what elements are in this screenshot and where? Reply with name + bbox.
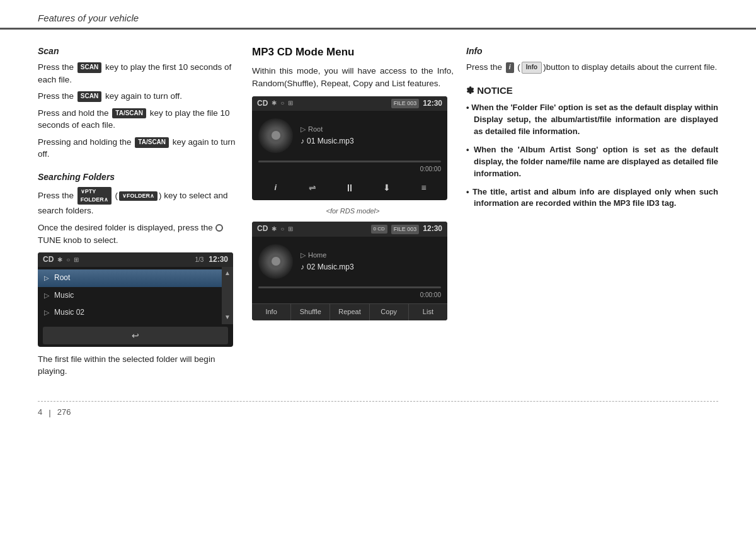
- col-mid: MP3 CD Mode Menu Within this mode, you w…: [252, 45, 466, 382]
- scan-key-2: SCAN: [77, 91, 101, 102]
- back-icon: ↩: [132, 329, 139, 342]
- tascan-key-1: TA/SCAN: [112, 108, 146, 119]
- track-info-bottom: ▷ Home ♪ 02 Music.mp3: [301, 251, 441, 273]
- file-badge-bottom: FILE 003: [391, 225, 420, 234]
- folder-name-top: Root: [308, 125, 323, 135]
- searching-para-2: Once the desired folder is displayed, pr…: [38, 222, 239, 246]
- info-section: Info Press the i (Info)button to display…: [466, 45, 718, 74]
- screen-top-topbar: CD ✱ ○ ⊞ FILE 003 12:30: [252, 96, 447, 111]
- scan-para-1: Press the SCAN key to play the first 10 …: [38, 61, 239, 86]
- folder-music02-label: Music 02: [54, 307, 84, 318]
- track-filename-top: 01 Music.mp3: [307, 136, 354, 147]
- track-folder-bottom: ▷ Home: [301, 251, 441, 261]
- folder-list-container: ▷ Root ▷ Music ▷ Music 02 ▲ ▼: [38, 267, 233, 324]
- folder-time: 12:30: [209, 254, 228, 265]
- topbar-left-bottom: CD ✱ ○ ⊞: [257, 223, 293, 234]
- topbar-right-bottom: 0 CD FILE 003 12:30: [371, 223, 442, 234]
- album-art-center-b: [272, 257, 280, 266]
- tascan-key-2: TA/SCAN: [135, 137, 169, 148]
- folder-arrow-icon-b: ▷: [301, 251, 306, 261]
- scan-para-3: Press and hold the TA/SCAN key to play t…: [38, 107, 239, 132]
- scan-key-1: SCAN: [77, 62, 101, 73]
- searching-section: Searching Folders Press the ∨PTYFOLDER∧ …: [38, 171, 239, 246]
- topbar-bluetooth-icon: ✱: [57, 256, 62, 265]
- scan-para-4: Pressing and holding the TA/SCAN key aga…: [38, 136, 239, 161]
- file-badge-top: FILE 003: [391, 99, 420, 108]
- pause-btn-top[interactable]: ⏸: [341, 180, 358, 195]
- folder-root-label: Root: [54, 273, 70, 283]
- time-display-bottom: 0:00:00: [252, 291, 447, 304]
- page-header: Features of your vehicle: [0, 0, 756, 30]
- track-name-bottom: ♪ 02 Music.mp3: [301, 262, 441, 273]
- playback-controls-top: i ⇌ ⏸ ⬇ ≡: [252, 178, 447, 200]
- info-btn-top[interactable]: i: [266, 180, 284, 195]
- folder-scrollbar: ▲ ▼: [222, 267, 233, 324]
- shuffle-btn-top[interactable]: ⇌: [304, 180, 321, 195]
- download-btn-top[interactable]: ⬇: [378, 180, 396, 195]
- page-title: Features of your vehicle: [38, 13, 139, 23]
- notice-item-1: • When the 'Folder File' option is set a…: [466, 102, 718, 138]
- scroll-down-icon: ▼: [224, 313, 231, 322]
- progress-bg-bottom: [258, 286, 441, 288]
- col-left: Scan Press the SCAN key to play the firs…: [38, 45, 252, 382]
- screen-time-bottom: 12:30: [423, 223, 442, 234]
- screen-bottom-topbar: CD ✱ ○ ⊞ 0 CD FILE 003 12:30: [252, 222, 447, 236]
- menu-list-btn[interactable]: List: [409, 304, 447, 320]
- info-key-label: Info: [522, 62, 542, 74]
- notice-section: ✽ NOTICE • When the 'Folder File' option…: [466, 84, 718, 210]
- topbar-right-top: FILE 003 12:30: [391, 98, 442, 109]
- screen-cd-icon: ○: [280, 99, 284, 108]
- playback-content-bottom: ▷ Home ♪ 02 Music.mp3: [252, 237, 447, 286]
- screen-cd-label: CD: [257, 98, 268, 109]
- music-note-icon-b: ♪: [301, 262, 304, 273]
- screen-menubar: Info Shuffle Repeat Copy List: [252, 303, 447, 320]
- album-art-center: [272, 131, 280, 140]
- searching-title: Searching Folders: [38, 171, 239, 183]
- track-filename-bottom: 02 Music.mp3: [307, 262, 354, 273]
- menu-copy-btn[interactable]: Copy: [370, 304, 409, 320]
- folder-topbar: CD ✱ ○ ⊞ 1/3 12:30: [38, 252, 233, 267]
- screen-top: CD ✱ ○ ⊞ FILE 003 12:30 ▷ Root: [252, 96, 447, 201]
- topbar-signal-icon: ⊞: [74, 256, 79, 265]
- progress-bar-bottom: [252, 286, 447, 291]
- album-art-bottom: [258, 244, 293, 279]
- screen-time-top: 12:30: [423, 98, 442, 109]
- notice-title: ✽ NOTICE: [466, 84, 718, 98]
- mp3-mode-desc: Within this mode, you will have access t…: [252, 65, 454, 89]
- screen-caption: <for RDS model>: [252, 206, 454, 217]
- screen-cd-icon-b: ○: [280, 225, 284, 234]
- cd-badge-b: 0 CD: [371, 225, 387, 234]
- list-btn-top[interactable]: ≡: [415, 180, 433, 195]
- progress-bg-top: [258, 161, 441, 162]
- folder-footer-text: The first file within the selected folde…: [38, 353, 239, 378]
- info-key-icon: i: [506, 62, 514, 73]
- menu-shuffle-btn[interactable]: Shuffle: [291, 304, 330, 320]
- screen-bt-icon: ✱: [272, 99, 277, 108]
- pty-folder-key: ∨PTYFOLDER∧: [77, 187, 112, 205]
- folder-item-music: ▷ Music: [38, 287, 233, 304]
- content-area: Scan Press the SCAN key to play the firs…: [0, 30, 756, 395]
- music-note-icon: ♪: [301, 136, 304, 147]
- topbar-cd-icon: ○: [66, 256, 70, 265]
- folder-name-bottom: Home: [308, 251, 326, 261]
- info-title: Info: [466, 45, 718, 57]
- screen-cd-label-b: CD: [257, 223, 268, 234]
- page-divider: |: [49, 407, 51, 419]
- topbar-left: CD ✱ ○ ⊞: [43, 254, 79, 265]
- folder-screen: CD ✱ ○ ⊞ 1/3 12:30 ▷ Root ▷: [38, 252, 233, 347]
- playback-content-top: ▷ Root ♪ 01 Music.mp3: [252, 111, 447, 161]
- menu-info-btn[interactable]: Info: [252, 304, 291, 320]
- topbar-cd-label: CD: [43, 254, 54, 265]
- topbar-right: 1/3 12:30: [195, 254, 228, 265]
- screen-sig-icon: ⊞: [288, 99, 293, 108]
- screen-bottom: CD ✱ ○ ⊞ 0 CD FILE 003 12:30 ▷: [252, 222, 447, 320]
- scroll-up-icon: ▲: [224, 269, 231, 278]
- col-right: Info Press the i (Info)button to display…: [466, 45, 718, 382]
- screen-bt-icon-b: ✱: [272, 225, 277, 234]
- folder-arrow-icon: ▷: [301, 125, 306, 135]
- mp3-mode-title: MP3 CD Mode Menu: [252, 45, 454, 60]
- screen-sig-icon-b: ⊞: [288, 225, 293, 234]
- menu-repeat-btn[interactable]: Repeat: [330, 304, 369, 320]
- topbar-left: CD ✱ ○ ⊞: [257, 98, 293, 109]
- folder-back-btn[interactable]: ↩: [43, 327, 228, 344]
